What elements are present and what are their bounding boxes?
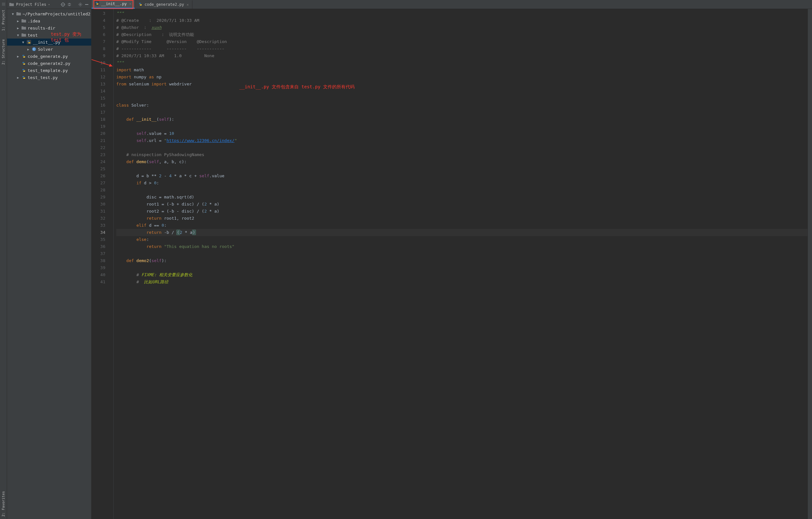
line-number: 26 <box>91 172 105 179</box>
tool-window-square-icon[interactable] <box>2 3 5 6</box>
collapse-all-icon[interactable] <box>67 2 72 7</box>
code-line: return "This equation has no roots" <box>116 243 808 250</box>
line-number: 14 <box>91 88 105 95</box>
line-number: 34 <box>91 229 105 236</box>
tree-expand-arrow-icon[interactable]: ▶ <box>26 48 30 51</box>
line-number: 23 <box>91 151 105 158</box>
tree-file[interactable]: ▶code_generate.py <box>7 53 91 60</box>
tree-file[interactable]: ▼__init__.py <box>7 38 91 46</box>
editor-tab-label: __init__.py <box>101 2 126 6</box>
editor-body: 3456789101112131415161718192021222324252… <box>91 9 812 519</box>
tree-folder[interactable]: ▶results-dir <box>7 24 91 31</box>
locate-icon[interactable] <box>60 2 65 7</box>
tree-item-label: test <box>28 33 37 37</box>
svg-point-2 <box>80 4 81 5</box>
line-number: 27 <box>91 179 105 186</box>
tree-expand-arrow-icon[interactable]: ▼ <box>11 12 15 16</box>
gear-icon[interactable] <box>78 2 83 7</box>
python-file-icon <box>21 61 26 66</box>
line-number: 6 <box>91 31 105 38</box>
line-number: 31 <box>91 208 105 215</box>
tool-tab-project[interactable]: 1: Project <box>1 7 6 33</box>
editor-tab[interactable]: __init__.py✕ <box>91 0 135 9</box>
code-line: # @Modify Time @Version @Description <box>116 38 808 45</box>
tree-file[interactable]: ▶CSolver <box>7 46 91 53</box>
tree-expand-arrow-icon[interactable]: ▼ <box>21 40 25 44</box>
close-icon[interactable]: ✕ <box>129 2 132 6</box>
project-panel-title[interactable]: Project Files ▾ <box>9 2 59 7</box>
svg-text:C: C <box>33 48 35 51</box>
tree-folder[interactable]: ▼~/PycharmProjects/untitled2 <box>7 10 91 17</box>
tree-file[interactable]: ▶test_test.py <box>7 74 91 81</box>
close-icon[interactable]: ✕ <box>186 3 189 7</box>
line-number: 29 <box>91 194 105 201</box>
python-file-icon <box>95 1 99 6</box>
line-number: 41 <box>91 279 105 286</box>
line-number: 21 <box>91 137 105 144</box>
code-line <box>116 88 808 95</box>
folder-icon <box>21 25 26 30</box>
line-number: 11 <box>91 66 105 74</box>
tree-item-label: test_template.py <box>28 68 68 73</box>
code-line <box>116 186 808 194</box>
code-line <box>116 165 808 172</box>
code-line: d = b ** 2 - 4 * a * c + self.value <box>116 172 808 179</box>
tool-tab-favorites[interactable]: 2: Favorites <box>1 489 6 519</box>
fold-gutter <box>109 9 114 519</box>
tree-item-label: code_generate2.py <box>28 61 70 66</box>
code-line: # FIXME: 相关变量应参数化 <box>116 271 808 279</box>
tree-expand-arrow-icon[interactable]: ▶ <box>16 26 20 30</box>
tree-item-label: ~/PycharmProjects/untitled2 <box>23 11 90 17</box>
folder-icon <box>16 11 21 17</box>
code-area[interactable]: """# @Create : 2020/7/1 10:33 AM# @Autho… <box>114 9 808 519</box>
code-line: disc = math.sqrt(d) <box>116 194 808 201</box>
tree-expand-arrow-icon[interactable]: ▶ <box>16 19 20 23</box>
code-line: # @Author : xuxh <box>116 24 808 31</box>
line-number: 17 <box>91 109 105 116</box>
tree-expand-arrow-icon[interactable]: ▶ <box>16 76 20 79</box>
editor-tab[interactable]: code_generate2.py✕ <box>135 0 192 9</box>
code-line: def demo(self, a, b, c): <box>116 158 808 165</box>
python-file-icon <box>21 68 26 73</box>
tree-item-label: code_generate.py <box>28 54 68 59</box>
line-number: 22 <box>91 144 105 151</box>
line-number: 25 <box>91 165 105 172</box>
code-line: # 比如URL路径 <box>116 279 808 286</box>
tree-file[interactable]: test_template.py <box>7 67 91 74</box>
tool-window-stripe-left: 1: Project 2: Structure 2: Favorites <box>0 0 7 519</box>
tree-expand-arrow-icon[interactable]: ▶ <box>16 55 20 58</box>
svg-rect-7 <box>22 61 26 65</box>
hide-icon[interactable] <box>84 2 89 7</box>
svg-rect-10 <box>95 1 99 5</box>
line-number: 30 <box>91 201 105 208</box>
project-panel-header: Project Files ▾ <box>7 0 91 9</box>
line-number: 32 <box>91 215 105 222</box>
tree-item-label: results-dir <box>28 26 55 30</box>
code-line <box>116 264 808 271</box>
code-line <box>116 95 808 102</box>
line-number: 18 <box>91 116 105 123</box>
project-tree[interactable]: ▼~/PycharmProjects/untitled2▶.idea▶resul… <box>7 9 91 82</box>
tree-folder[interactable]: ▼test <box>7 31 91 38</box>
tree-expand-arrow-icon[interactable]: ▼ <box>16 33 20 37</box>
tree-file[interactable]: code_generate2.py <box>7 60 91 67</box>
code-line: from selenium import webdriver <box>116 81 808 88</box>
line-number: 8 <box>91 45 105 52</box>
line-number: 15 <box>91 95 105 102</box>
editor-area: __init__.py✕code_generate2.py✕ 345678910… <box>91 0 812 519</box>
line-number-gutter: 3456789101112131415161718192021222324252… <box>91 9 109 519</box>
python-file-icon <box>138 2 143 7</box>
folder-icon <box>21 32 26 37</box>
code-line: """ <box>116 10 808 17</box>
code-line: def demo2(self): <box>116 257 808 264</box>
tree-folder[interactable]: ▶.idea <box>7 17 91 24</box>
tool-tab-structure[interactable]: 2: Structure <box>1 37 6 67</box>
svg-point-1 <box>63 4 64 5</box>
app-root: 1: Project 2: Structure 2: Favorites Pro… <box>0 0 812 519</box>
code-line <box>116 123 808 130</box>
code-line <box>116 250 808 257</box>
python-file-icon <box>21 75 26 80</box>
code-line: # noinspection PyShadowingNames <box>116 151 808 158</box>
line-number: 10 <box>91 59 105 66</box>
code-line: import numpy as np <box>116 74 808 81</box>
